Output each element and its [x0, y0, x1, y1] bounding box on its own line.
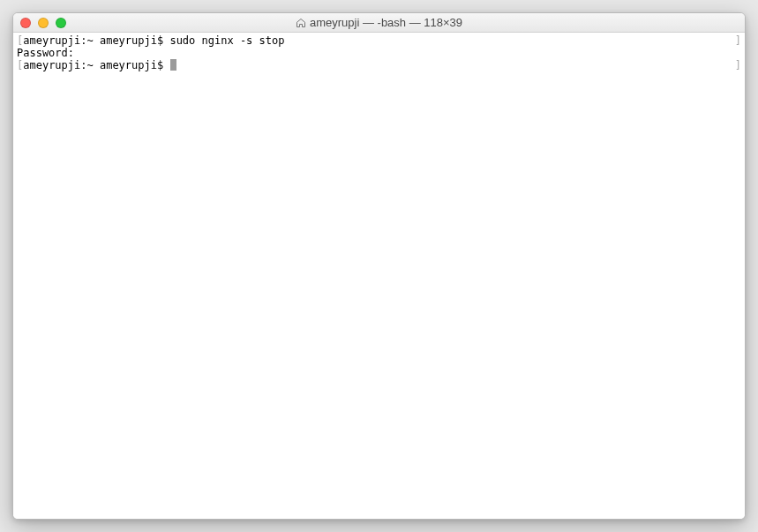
title-bar[interactable]: ameyrupji — -bash — 118×39 [13, 13, 745, 33]
home-icon [296, 18, 306, 28]
window-title-text: ameyrupji — -bash — 118×39 [310, 16, 462, 29]
minimize-button[interactable] [38, 18, 49, 28]
terminal-prompt: Password: [17, 47, 74, 59]
terminal-command: sudo nginx -s stop [169, 34, 284, 47]
terminal-window: ameyrupji — -bash — 118×39 [ameyrupji:~ … [12, 12, 746, 520]
terminal-cursor [170, 59, 176, 71]
line-bracket-right: ] [284, 34, 741, 47]
line-bracket-right: ] [176, 59, 741, 71]
window-title: ameyrupji — -bash — 118×39 [20, 16, 738, 29]
terminal-prompt: ameyrupji:~ ameyrupji$ [23, 34, 169, 47]
terminal-line: Password: [17, 47, 741, 59]
line-bracket-left: [ [17, 34, 23, 47]
terminal-content[interactable]: [ameyrupji:~ ameyrupji$ sudo nginx -s st… [13, 33, 745, 519]
terminal-line: [ameyrupji:~ ameyrupji$ ] [17, 59, 741, 71]
terminal-line: [ameyrupji:~ ameyrupji$ sudo nginx -s st… [17, 34, 741, 47]
line-bracket-left: [ [17, 59, 23, 71]
terminal-prompt: ameyrupji:~ ameyrupji$ [23, 59, 169, 71]
traffic-lights [20, 18, 66, 28]
close-button[interactable] [20, 18, 31, 28]
maximize-button[interactable] [56, 18, 66, 28]
